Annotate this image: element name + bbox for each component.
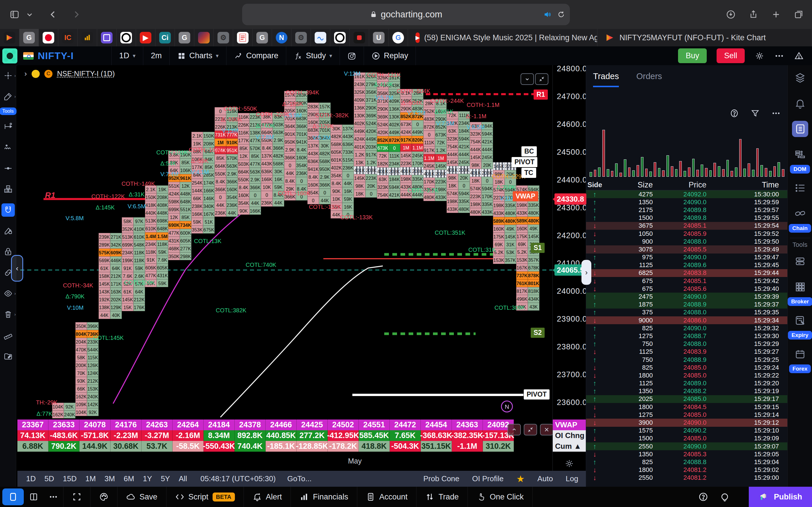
dom-badge[interactable]: DOM xyxy=(790,165,810,174)
pinned-tab[interactable] xyxy=(350,29,369,46)
back-button[interactable] xyxy=(46,7,61,22)
pinned-tab[interactable]: IC xyxy=(58,29,78,46)
table-collapse-button[interactable] xyxy=(524,424,537,436)
panel-collapse-handle[interactable]: › xyxy=(581,260,591,285)
tool-pencil-icon[interactable]: › xyxy=(1,90,15,103)
pinned-tab[interactable]: Ci xyxy=(155,29,175,46)
tool-waves-icon[interactable] xyxy=(1,141,15,154)
trade-row[interactable]: ↑127524088.715:29:30 xyxy=(586,332,788,340)
trade-row[interactable]: ↑150024089.815:29:55 xyxy=(586,214,788,222)
range-1m[interactable]: 1M xyxy=(85,474,96,483)
trade-row[interactable]: ↑247524090.015:29:39 xyxy=(586,293,788,300)
publish-button[interactable]: Publish xyxy=(749,487,812,507)
sell-button[interactable]: Sell xyxy=(717,48,745,63)
trade-row[interactable]: ↓135024085.315:29:05 xyxy=(586,450,788,458)
ideas-bulb-icon[interactable] xyxy=(720,492,730,502)
pinned-tab[interactable]: U xyxy=(369,29,389,46)
trade-row[interactable]: ↑135024090.015:29:59 xyxy=(586,198,788,206)
range-3m[interactable]: 3M xyxy=(104,474,115,483)
tool-dotline-icon[interactable] xyxy=(1,162,15,175)
financials-button[interactable]: Financials xyxy=(291,487,357,507)
trade-row[interactable]: ↑37524088.015:29:35 xyxy=(586,308,788,316)
symbol-name[interactable]: NIFTY-I xyxy=(38,50,74,61)
layout-single-button[interactable] xyxy=(2,489,24,505)
pinned-tab[interactable] xyxy=(0,29,19,46)
tab-music[interactable]: ▶ (58) ENIGMA Style Music 2025 | Relaxin… xyxy=(408,29,597,46)
alerts-bell-icon[interactable] xyxy=(792,95,808,112)
tool-magnet-icon[interactable] xyxy=(1,204,15,217)
trade-button[interactable]: Trade xyxy=(416,487,467,507)
chart-legend-title[interactable]: NSE:NIFTY-I (1D) xyxy=(57,69,115,78)
range-5y[interactable]: 5Y xyxy=(161,474,170,483)
fullscreen-button[interactable] xyxy=(63,487,90,507)
trade-row[interactable]: ↑75024088.915:29:25 xyxy=(586,356,788,363)
trade-row[interactable]: ↓180024081.215:29:02 xyxy=(586,466,788,474)
layout-more-button[interactable] xyxy=(44,487,63,507)
script-button[interactable]: ScriptBETA xyxy=(166,487,244,507)
trade-row[interactable]: ↓307524085.515:29:49 xyxy=(586,245,788,253)
interval-select[interactable]: 2m xyxy=(143,46,169,65)
chain-badge[interactable]: Chain xyxy=(789,224,811,233)
trade-row[interactable]: ↑97524090.015:29:47 xyxy=(586,253,788,261)
legend-expand-icon[interactable]: › xyxy=(24,69,27,78)
new-tab-icon[interactable] xyxy=(768,7,783,22)
pinned-tab[interactable] xyxy=(233,29,253,46)
table-scroll-up-button[interactable] xyxy=(507,424,521,436)
auto-button[interactable]: Auto xyxy=(538,474,553,483)
chart-canvas[interactable]: N › C NSE:NIFTY-I (1D) R1 104K92K162K240… xyxy=(17,65,552,471)
option-chain-icon[interactable] xyxy=(792,206,808,222)
range-1d[interactable]: 1D xyxy=(26,474,36,483)
save-button[interactable]: Save xyxy=(117,487,166,507)
layout-split-button[interactable] xyxy=(24,487,44,507)
log-button[interactable]: Log xyxy=(566,474,578,483)
tab-kite[interactable]: NIFTY25MAYFUT (NFO-FUT) - Kite Chart xyxy=(597,29,812,46)
tool-folderpen-icon[interactable] xyxy=(1,349,15,363)
range-5d[interactable]: 5D xyxy=(44,474,54,483)
pinned-tab[interactable] xyxy=(330,29,350,46)
replay-button[interactable]: Replay xyxy=(364,46,416,65)
trade-row[interactable]: ↓255024081.215:29:00 xyxy=(586,474,788,482)
snapshot-button[interactable] xyxy=(340,46,364,65)
one-click-button[interactable]: One Click xyxy=(468,487,532,507)
theme-palette-button[interactable] xyxy=(91,487,117,507)
alerts-warning-icon[interactable] xyxy=(794,51,804,61)
pinned-tab[interactable]: N xyxy=(272,29,292,46)
trade-row[interactable]: ↑112524089.015:29:20 xyxy=(586,380,788,387)
layers-icon[interactable] xyxy=(792,70,808,86)
alert-button[interactable]: Alert xyxy=(244,487,291,507)
trade-row[interactable]: ↑202524085.015:29:17 xyxy=(586,395,788,403)
range-6m[interactable]: 6M xyxy=(123,474,134,483)
pinned-tab[interactable]: G xyxy=(253,29,272,46)
tab-trades[interactable]: Trades xyxy=(593,71,619,87)
reload-icon[interactable] xyxy=(557,10,565,18)
status-dot-yellow[interactable] xyxy=(32,70,40,78)
trade-row[interactable]: ↑217524089.815:29:57 xyxy=(586,206,788,214)
settings-gear-icon[interactable] xyxy=(755,51,764,61)
trade-row[interactable]: ↑82524090.015:29:32 xyxy=(586,324,788,332)
left-panel-collapse-handle[interactable]: ‹ xyxy=(11,255,23,282)
pinned-tab[interactable] xyxy=(194,29,214,46)
support-help-icon[interactable] xyxy=(698,492,708,502)
trade-row[interactable]: ↓180024085.015:29:22 xyxy=(586,372,788,379)
pinned-tab[interactable]: ⚙ xyxy=(292,29,311,46)
tool-trash-icon[interactable]: › xyxy=(1,308,15,321)
trade-row[interactable]: ↓900024086.015:29:34 xyxy=(586,316,788,324)
pinned-tab[interactable] xyxy=(97,29,116,46)
trade-row[interactable]: ↓105024085.915:29:52 xyxy=(586,230,788,237)
filter-icon[interactable] xyxy=(751,109,760,118)
broker-connect-icon[interactable] xyxy=(792,253,808,270)
tool-penlock-icon[interactable] xyxy=(1,224,15,237)
trade-row[interactable]: ↑255024090.015:29:07 xyxy=(586,442,788,450)
timeframe-select[interactable]: 1D▾ xyxy=(112,46,143,65)
broker-badge[interactable]: Broker xyxy=(788,297,812,306)
trade-row[interactable]: ↑90024088.015:29:50 xyxy=(586,237,788,245)
chart-minimize-button[interactable] xyxy=(535,73,548,85)
range-all[interactable]: All xyxy=(179,474,187,483)
range-15d[interactable]: 15D xyxy=(63,474,77,483)
legend-collapse-button[interactable] xyxy=(520,73,534,85)
tab-orders[interactable]: Orders xyxy=(636,71,662,87)
downloads-icon[interactable] xyxy=(723,7,738,22)
pinned-tab[interactable]: ▶ xyxy=(136,29,155,46)
oi-profile-button[interactable]: OI Profile xyxy=(472,474,503,483)
trade-row[interactable]: ↓67524085.115:29:42 xyxy=(586,277,788,285)
